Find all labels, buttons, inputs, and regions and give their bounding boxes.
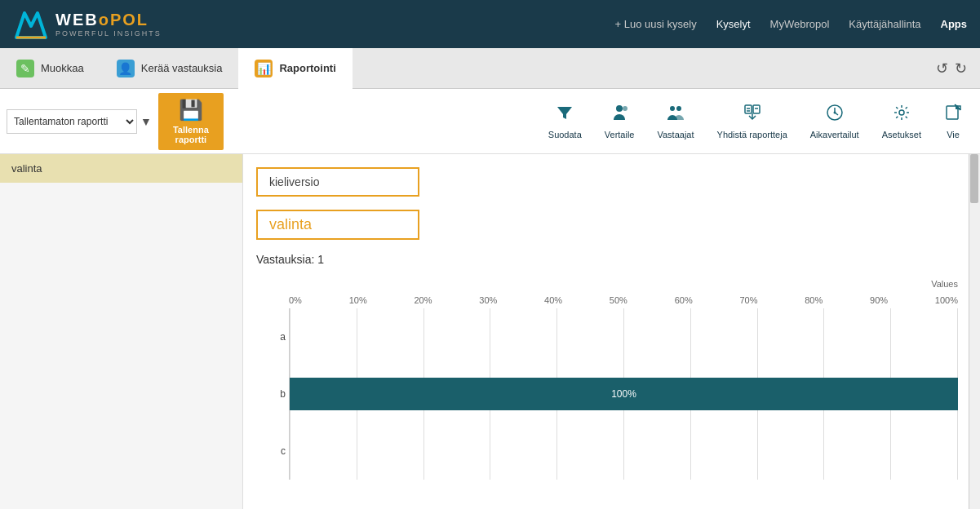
bar-container-a: [290, 321, 958, 353]
logo-icon: [13, 7, 49, 42]
logo-name: WEBoPOL: [55, 11, 162, 29]
sidebar: valinta: [0, 154, 243, 509]
axis-labels: 0% 10% 20% 30% 40% 50% 60% 70% 80% 90% 1…: [289, 295, 958, 305]
timecompare-button[interactable]: Aikavertailut: [799, 104, 871, 139]
values-label: Values: [931, 279, 958, 289]
tab-report-label: Raportointi: [279, 62, 335, 74]
tab-edit-label: Muokkaa: [41, 62, 84, 74]
axis-4: 40%: [544, 295, 562, 305]
export-icon: [944, 104, 962, 126]
compare-icon: [610, 104, 628, 126]
nav-surveys[interactable]: Kyselyt: [716, 18, 751, 30]
toolbar2-right: ↺ ↻: [936, 60, 980, 77]
toolbar3-actions: Suodata Vertaile Vastaajat: [537, 104, 973, 139]
question-title: valinta: [256, 210, 419, 240]
export-label: Vie: [947, 130, 960, 139]
nav-links: + Luo uusi kysely Kyselyt MyWebropol Käy…: [615, 18, 967, 30]
tab-collect-label: Kerää vastauksia: [141, 62, 223, 74]
filter-label: Suodata: [548, 130, 582, 139]
compare-label: Vertaile: [605, 130, 635, 139]
axis-1: 10%: [349, 295, 367, 305]
bar-row-c: c: [290, 423, 958, 480]
redo-button[interactable]: ↻: [955, 60, 967, 77]
save-report-label: Tallenna raportti: [160, 125, 222, 144]
svg-point-2: [616, 105, 623, 112]
filter-icon: [556, 104, 574, 126]
question-box-text: kieliversio: [269, 175, 319, 188]
nav-user-admin[interactable]: Käyttäjähallinta: [849, 18, 920, 30]
respondents-label: Vastaajat: [657, 130, 694, 139]
axis-10: 100%: [935, 295, 958, 305]
save-icon: 💾: [179, 99, 203, 122]
respondents-button[interactable]: Vastaajat: [645, 104, 705, 139]
svg-marker-0: [16, 13, 46, 38]
svg-point-3: [623, 106, 627, 111]
svg-point-16: [899, 110, 904, 115]
nav-mywebropol[interactable]: MyWebropol: [770, 18, 830, 30]
toolbar2: ✎ Muokkaa 👤 Kerää vastauksia 📊 Raportoin…: [0, 48, 980, 89]
sidebar-item-valinta[interactable]: valinta: [0, 154, 242, 183]
toolbar3: Tallentamaton raportti ▼ 💾 Tallenna rapo…: [0, 89, 980, 154]
bar-container-b: 100%: [290, 378, 958, 410]
axis-2: 20%: [414, 295, 432, 305]
answers-count: Vastauksia: 1: [256, 253, 956, 266]
bar-value-b: 100%: [611, 388, 636, 400]
axis-3: 30%: [479, 295, 497, 305]
svg-point-15: [833, 111, 836, 113]
axis-9: 90%: [870, 295, 888, 305]
tab-edit[interactable]: ✎ Muokkaa: [0, 48, 100, 89]
dropdown-arrow-icon: ▼: [140, 115, 152, 128]
report-dropdown-area: Tallentamaton raportti ▼: [7, 109, 152, 134]
svg-rect-9: [753, 105, 760, 113]
export-button[interactable]: Vie: [933, 104, 973, 139]
report-tab-icon: 📊: [255, 60, 273, 77]
nav-new-survey[interactable]: + Luo uusi kysely: [615, 18, 697, 30]
merge-label: Yhdistä raportteja: [717, 130, 787, 139]
respondents-icon: [667, 104, 685, 126]
axis-5: 50%: [610, 295, 627, 305]
bar-fill-b: 100%: [290, 378, 958, 410]
axis-0: 0%: [289, 295, 302, 305]
tab-report[interactable]: 📊 Raportointi: [238, 48, 352, 89]
scrollbar-thumb[interactable]: [970, 154, 978, 203]
bar-label-b: b: [265, 388, 286, 400]
logo-text: WEBoPOL POWERFUL INSIGHTS: [55, 11, 162, 38]
compare-button[interactable]: Vertaile: [593, 104, 646, 139]
axis-7: 70%: [739, 295, 757, 305]
merge-reports-button[interactable]: Yhdistä raportteja: [706, 104, 799, 139]
svg-rect-6: [745, 105, 752, 113]
nav-apps[interactable]: Apps: [941, 18, 968, 30]
save-report-button[interactable]: 💾 Tallenna raportti: [158, 93, 224, 150]
timecompare-label: Aikavertailut: [810, 130, 859, 139]
axis-8: 80%: [805, 295, 823, 305]
merge-icon: [743, 104, 761, 126]
axis-6: 60%: [675, 295, 693, 305]
filter-button[interactable]: Suodata: [537, 104, 593, 139]
question-box-wrapper: kieliversio: [256, 167, 956, 203]
top-nav: WEBoPOL POWERFUL INSIGHTS + Luo uusi kys…: [0, 0, 980, 48]
question-box: kieliversio: [256, 167, 419, 197]
chart-body: a b 100%: [289, 308, 958, 480]
edit-tab-icon: ✎: [16, 60, 34, 77]
tab-collect[interactable]: 👤 Kerää vastauksia: [100, 48, 239, 89]
bar-chart: Values 0% 10% 20% 30% 40% 50% 60% 70% 80…: [289, 279, 958, 480]
main-content: valinta kieliversio valinta Vastauksia: …: [0, 154, 980, 509]
question-title-text: valinta: [269, 216, 312, 232]
settings-button[interactable]: Asetukset: [871, 104, 933, 139]
report-select[interactable]: Tallentamaton raportti: [7, 109, 137, 134]
bar-container-c: [290, 435, 958, 467]
logo-area: WEBoPOL POWERFUL INSIGHTS: [13, 7, 162, 42]
scrollbar-track[interactable]: [969, 154, 980, 509]
timecompare-icon: [826, 104, 844, 126]
undo-button[interactable]: ↺: [936, 60, 948, 77]
svg-point-5: [676, 106, 681, 111]
bar-label-c: c: [265, 445, 286, 457]
bar-row-a: a: [290, 308, 958, 365]
settings-label: Asetukset: [882, 130, 921, 139]
bar-row-b: b 100%: [290, 365, 958, 423]
chart-values-header: Values: [289, 279, 958, 295]
settings-icon: [893, 104, 911, 126]
chart-area: kieliversio valinta Vastauksia: 1 Values…: [243, 154, 969, 509]
bar-label-a: a: [265, 331, 286, 343]
svg-point-4: [670, 106, 675, 111]
